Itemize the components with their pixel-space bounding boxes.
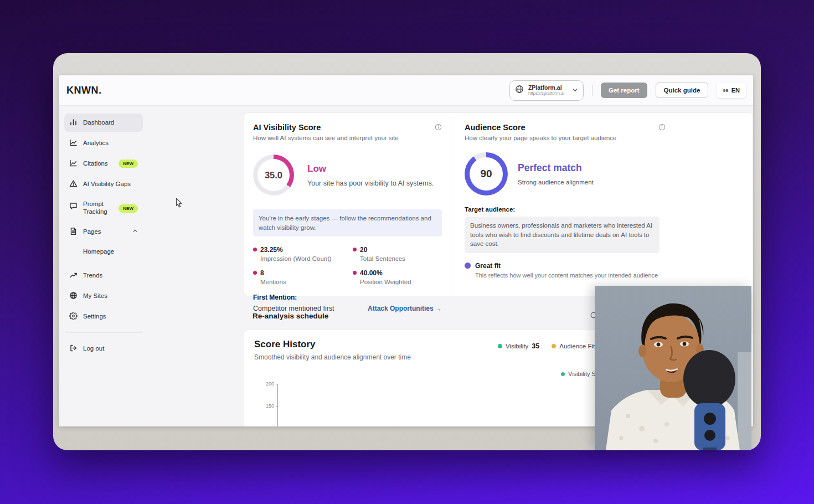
legend-dot: [552, 344, 556, 348]
top-bar-actions: ZPlatform.ai https://zplatform.ai Get re…: [509, 80, 746, 101]
sidebar-divider: [65, 332, 142, 333]
score-history-subtitle: Smoothed visibility and audience alignme…: [254, 353, 411, 361]
sidebar-item-analytics[interactable]: Analytics: [64, 134, 143, 152]
card-title: Audience Score: [465, 123, 660, 132]
sidebar-item-dashboard[interactable]: Dashboard: [64, 114, 143, 132]
get-report-button[interactable]: Get report: [601, 83, 647, 98]
fit-description: This reflects how well your content matc…: [475, 272, 660, 279]
y-tick-label: 200: [262, 381, 274, 387]
audience-rating: Perfect match: [518, 162, 594, 174]
top-bar: KNWN. ZPlatform.ai https://zplatform.ai: [59, 75, 753, 106]
first-mention-label: First Mention:: [253, 294, 442, 301]
sidebar-item-homepage[interactable]: Homepage: [64, 243, 143, 260]
legend-dot: [561, 372, 565, 376]
card-title: AI Visibility Score: [253, 123, 442, 132]
language-selector[interactable]: GB EN: [717, 83, 746, 98]
legend-visibility: Visibility 35: [498, 342, 539, 350]
page-background: KNWN. ZPlatform.ai https://zplatform.ai: [0, 0, 814, 504]
stat-dot: [253, 248, 257, 251]
stat-dot: [253, 271, 257, 275]
visibility-score-value: 35.0: [257, 159, 290, 191]
sidebar-item-my-sites[interactable]: My Sites: [64, 287, 143, 305]
language-code: EN: [731, 87, 740, 94]
stat-mentions: 8 Mentions: [253, 269, 353, 285]
chevron-down-icon: [572, 85, 578, 95]
sidebar-item-prompt-tracking[interactable]: Prompt Tracking NEW: [64, 196, 143, 220]
sidebar-item-trends[interactable]: Trends: [64, 266, 143, 285]
card-subtitle: How well AI systems can see and interpre…: [253, 135, 442, 141]
audience-score-value: 90: [470, 157, 503, 191]
sidebar-item-ai-visibility-gaps[interactable]: AI Visibility Gaps: [64, 175, 143, 193]
audience-rating-description: Strong audience alignment: [518, 179, 594, 186]
stat-total-sentences: 20 Total Sentences: [353, 246, 442, 262]
visibility-gauge: 35.0: [253, 155, 294, 196]
selected-site-name: ZPlatform.ai: [528, 84, 568, 91]
sidebar: Dashboard Analytics Citations: [59, 106, 148, 426]
chevron-up-icon[interactable]: [132, 228, 138, 235]
new-badge: NEW: [119, 160, 138, 168]
score-history-title: Score History: [254, 339, 316, 350]
stat-dot: [353, 271, 357, 275]
visibility-stats-grid: 23.25% Impression (Word Count) 20 Total …: [253, 246, 442, 285]
target-audience-text: Business owners, professionals and marke…: [465, 217, 660, 253]
globe-icon: [515, 85, 524, 96]
visibility-rating: Low: [307, 163, 434, 174]
y-tick-mark: [276, 384, 278, 384]
chart-y-axis: [277, 384, 278, 426]
sidebar-item-logout[interactable]: Log out: [64, 340, 143, 358]
fit-label: Great fit: [475, 262, 501, 270]
visibility-gauge-row: 35.0 Low Your site has poor visibility t…: [253, 155, 442, 196]
early-stage-banner: You're in the early stages — follow the …: [253, 209, 442, 236]
y-tick-mark: [276, 406, 278, 407]
language-flag: GB: [723, 89, 728, 92]
line-chart-icon: [69, 138, 78, 148]
file-icon: [69, 227, 78, 236]
stat-dot: [353, 248, 357, 251]
mouse-cursor: [174, 198, 184, 210]
audience-gauge: 90: [465, 152, 508, 196]
webcam-overlay: [595, 286, 751, 450]
message-icon: [69, 202, 78, 211]
legend-dot: [498, 344, 502, 348]
visibility-rating-description: Your site has poor visibility to AI syst…: [307, 179, 434, 187]
reanalysis-title: Re-analysis schedule: [253, 312, 328, 320]
sidebar-item-citations[interactable]: Citations NEW: [64, 155, 143, 173]
card-subtitle: How clearly your page speaks to your tar…: [465, 135, 660, 141]
globe-icon: [69, 291, 78, 301]
score-history-legend: Visibility 35 Audience Fit 90: [498, 342, 606, 350]
stat-impression: 23.25% Impression (Word Count): [253, 246, 353, 262]
alert-triangle-icon: [69, 179, 78, 189]
sidebar-item-pages[interactable]: Pages: [64, 223, 143, 241]
header-divider: [592, 85, 593, 96]
stat-position-weighted: 40.00% Position Weighted: [353, 269, 442, 285]
logout-icon: [69, 344, 78, 353]
target-audience-label: Target audience:: [465, 206, 660, 213]
selected-site-url: https://zplatform.ai: [528, 91, 568, 96]
presenter-video: [595, 286, 751, 450]
app-logo: KNWN.: [66, 85, 102, 96]
sidebar-item-settings[interactable]: Settings: [64, 307, 143, 326]
info-icon[interactable]: [435, 123, 442, 133]
site-selector-dropdown[interactable]: ZPlatform.ai https://zplatform.ai: [509, 80, 584, 101]
trend-up-icon: [69, 271, 78, 280]
gear-icon: [69, 312, 78, 321]
info-icon[interactable]: [658, 123, 666, 133]
audience-score-card: Audience Score How clearly your page spe…: [451, 113, 753, 296]
ai-visibility-score-card: AI Visibility Score How well AI systems …: [244, 113, 451, 296]
fit-dot: [465, 263, 471, 269]
great-fit-row: Great fit: [465, 262, 660, 270]
audience-gauge-row: 90 Perfect match Strong audience alignme…: [465, 152, 660, 196]
bar-chart-icon: [69, 118, 78, 127]
new-badge: NEW: [119, 204, 138, 213]
line-chart-icon: [69, 159, 78, 168]
score-cards-panel: AI Visibility Score How well AI systems …: [244, 112, 753, 296]
quick-guide-button[interactable]: Quick guide: [656, 83, 709, 98]
y-tick-label: 150: [262, 403, 274, 409]
